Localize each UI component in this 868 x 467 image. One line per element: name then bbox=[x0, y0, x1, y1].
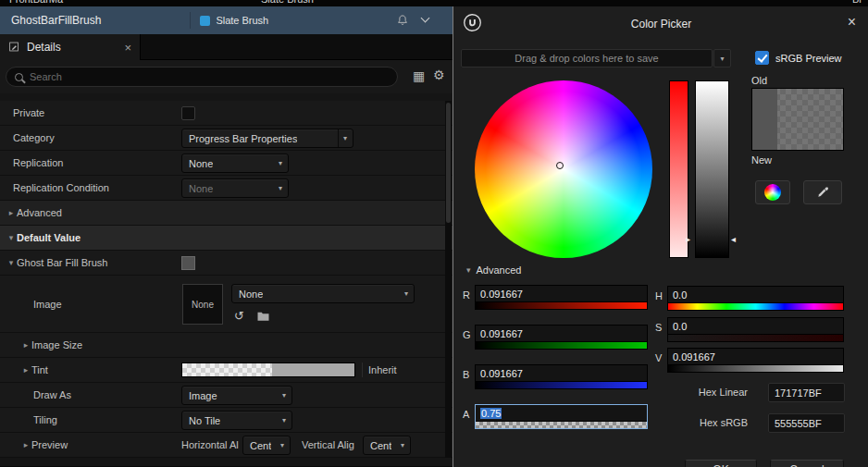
row-draw-as: Draw As Image ▾ bbox=[0, 383, 453, 408]
advanced-section-label: Advanced bbox=[17, 207, 62, 218]
drag-drop-label: Drag & drop colors here to save bbox=[515, 53, 658, 64]
row-replication-condition: Replication Condition None ▾ bbox=[0, 176, 453, 201]
vertical-scrollbar[interactable] bbox=[445, 101, 452, 458]
hex-srgb-input[interactable]: 555555BF bbox=[768, 413, 845, 433]
advanced-expander[interactable]: ▾ Advanced bbox=[466, 264, 521, 276]
tiling-dropdown[interactable]: No Tile ▾ bbox=[181, 411, 292, 430]
ok-button[interactable]: OK bbox=[685, 460, 757, 467]
channel-red-label: R bbox=[463, 285, 475, 301]
channel-value-input[interactable]: 0.091667 bbox=[667, 348, 844, 373]
color-wheel[interactable] bbox=[475, 80, 652, 258]
hex-srgb-value: 555555BF bbox=[775, 418, 822, 429]
dropdown-divider bbox=[338, 129, 339, 147]
scrollbar-thumb[interactable] bbox=[446, 103, 451, 223]
eyedropper-button[interactable] bbox=[803, 180, 842, 204]
green-gradient-strip[interactable] bbox=[476, 342, 647, 349]
saturation-gradient-strip[interactable] bbox=[668, 335, 843, 341]
details-tab-label: Details bbox=[27, 41, 118, 54]
header-divider bbox=[190, 12, 191, 29]
value-slider[interactable] bbox=[695, 80, 729, 258]
private-checkbox[interactable] bbox=[181, 106, 195, 120]
inherit-label[interactable]: Inherit bbox=[368, 364, 397, 375]
chevron-right-icon[interactable]: ▸ bbox=[20, 365, 31, 375]
value-slider-right-handle[interactable]: ◂ bbox=[731, 235, 736, 244]
close-tab-icon[interactable]: × bbox=[124, 41, 131, 55]
saturation-slider[interactable] bbox=[669, 80, 688, 258]
vertical-alignment-dropdown[interactable]: Cent ▾ bbox=[363, 436, 411, 455]
color-wheel-marker bbox=[556, 162, 564, 169]
chevron-down-icon: ▾ bbox=[720, 55, 724, 63]
category-dropdown[interactable]: Progress Bar Properties ▾ bbox=[181, 129, 353, 148]
close-dialog-icon[interactable]: × bbox=[848, 14, 856, 31]
replication-label: Replication bbox=[13, 157, 63, 168]
browse-to-asset-icon[interactable] bbox=[256, 311, 270, 324]
channel-red-value: 0.091667 bbox=[476, 286, 647, 302]
saved-colors-chevron-button[interactable]: ▾ bbox=[713, 49, 731, 68]
channel-green: G 0.091667 bbox=[463, 325, 648, 350]
replication-dropdown[interactable]: None ▾ bbox=[181, 154, 289, 173]
brush-color-swatch[interactable] bbox=[181, 256, 195, 270]
notification-bell-icon[interactable] bbox=[396, 14, 409, 29]
color-themes-button[interactable] bbox=[755, 180, 790, 204]
horizontal-alignment-value: Cent bbox=[250, 440, 271, 451]
vertical-alignment-value: Cent bbox=[370, 440, 391, 451]
old-color-label: Old bbox=[751, 75, 767, 86]
image-size-label: Image Size bbox=[31, 339, 82, 350]
old-color-swatch[interactable] bbox=[751, 88, 844, 151]
dialog-title-bar[interactable]: Color Picker × bbox=[453, 6, 868, 42]
tint-color-bar[interactable] bbox=[181, 363, 355, 377]
preview-label: Preview bbox=[31, 439, 68, 450]
new-color-label: New bbox=[751, 154, 772, 166]
channel-hue: H 0.0 bbox=[655, 286, 844, 311]
image-asset-dropdown[interactable]: None ▾ bbox=[231, 284, 415, 303]
search-box[interactable] bbox=[6, 67, 398, 87]
header-collapse-chevron-icon[interactable] bbox=[421, 14, 430, 23]
chevron-down-icon: ▾ bbox=[274, 159, 282, 167]
channel-blue-input[interactable]: 0.091667 bbox=[475, 364, 648, 389]
value-gradient-strip[interactable] bbox=[668, 365, 843, 372]
chevron-down-icon[interactable]: ▾ bbox=[6, 258, 17, 267]
horizontal-alignment-dropdown[interactable]: Cent ▾ bbox=[242, 436, 291, 455]
channel-saturation-input[interactable]: 0.0 bbox=[667, 317, 844, 342]
channel-red: R 0.091667 bbox=[463, 285, 648, 310]
blue-gradient-strip[interactable] bbox=[476, 382, 647, 388]
selected-object-header[interactable]: GhostBarFillBrush Slate Brush bbox=[0, 6, 453, 34]
search-input[interactable] bbox=[30, 71, 389, 82]
tint-divider bbox=[362, 363, 363, 377]
channel-saturation-label: S bbox=[655, 317, 667, 333]
srgb-preview-checkbox[interactable] bbox=[755, 51, 769, 65]
cancel-button-label: Cancel bbox=[789, 463, 824, 467]
chevron-down-icon: ▾ bbox=[276, 441, 284, 449]
channel-alpha-label: A bbox=[463, 404, 475, 420]
draw-as-dropdown[interactable]: Image ▾ bbox=[181, 386, 292, 405]
channel-hue-input[interactable]: 0.0 bbox=[667, 286, 844, 311]
hue-gradient-strip[interactable] bbox=[668, 303, 843, 310]
row-default-value-section[interactable]: ▾ Default Value bbox=[0, 226, 453, 251]
row-advanced-section[interactable]: ▸ Advanced bbox=[0, 201, 453, 226]
view-options-grid-icon[interactable]: ▦ bbox=[413, 68, 425, 83]
chevron-down-icon: ▾ bbox=[343, 134, 347, 142]
value-slider-left-handle[interactable]: ▸ bbox=[686, 235, 690, 244]
channel-blue-value: 0.091667 bbox=[476, 365, 647, 382]
image-thumbnail[interactable]: None bbox=[182, 284, 223, 325]
use-selected-asset-icon[interactable]: ↺ bbox=[234, 310, 244, 322]
eyedropper-icon bbox=[816, 185, 830, 201]
alpha-gradient-strip[interactable] bbox=[476, 422, 647, 428]
settings-gear-icon[interactable]: ⚙ bbox=[433, 68, 445, 82]
replication-condition-dropdown[interactable]: None ▾ bbox=[181, 178, 289, 198]
chevron-down-icon: ▾ bbox=[278, 416, 286, 424]
chevron-down-icon[interactable]: ▾ bbox=[6, 233, 17, 242]
chevron-right-icon[interactable]: ▸ bbox=[20, 340, 31, 350]
chevron-right-icon[interactable]: ▸ bbox=[6, 208, 17, 217]
channel-green-input[interactable]: 0.091667 bbox=[475, 325, 648, 350]
channel-value-label: V bbox=[655, 348, 667, 363]
channel-alpha-input[interactable]: 0.75 bbox=[475, 404, 648, 429]
red-gradient-strip[interactable] bbox=[476, 302, 647, 309]
tab-details[interactable]: Details × bbox=[0, 34, 141, 60]
cancel-button[interactable]: Cancel bbox=[770, 460, 844, 467]
channel-red-input[interactable]: 0.091667 bbox=[475, 285, 648, 310]
drag-drop-colors-area[interactable]: Drag & drop colors here to save bbox=[461, 49, 713, 68]
hex-linear-input[interactable]: 171717BF bbox=[768, 383, 845, 402]
unreal-editor-screenshot: FrontBarMa Slate Brush Br GhostBarFillBr… bbox=[0, 0, 868, 467]
chevron-right-icon[interactable]: ▸ bbox=[20, 440, 31, 449]
